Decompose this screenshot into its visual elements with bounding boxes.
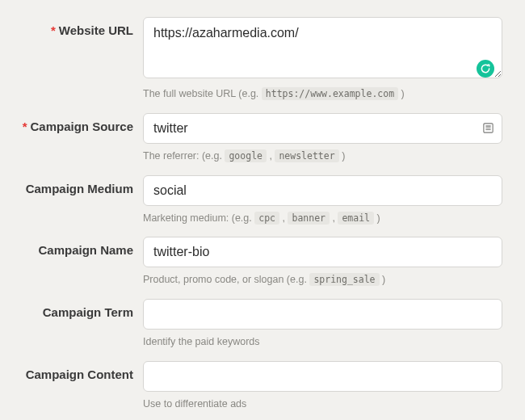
input-col-source: The referrer: (e.g. google , newsletter … [143,113,502,164]
field-website-url: *Website URL https://azaharmedia.com/ Th… [10,17,502,102]
field-campaign-content: Campaign Content Use to differentiate ad… [10,361,502,412]
input-col-url: https://azaharmedia.com/ The full websit… [143,17,502,102]
helper-code: email [338,212,374,225]
label-text: Campaign Medium [26,182,133,195]
helper-url: The full website URL (e.g. https://www.e… [143,86,502,102]
required-asterisk: * [51,23,56,37]
input-col-medium: Marketing medium: (e.g. cpc , banner , e… [143,175,502,226]
website-url-input[interactable]: https://azaharmedia.com/ [143,17,502,78]
field-campaign-term: Campaign Term Identify the paid keywords [10,299,502,350]
campaign-content-input[interactable] [143,361,502,392]
field-campaign-name: Campaign Name Product, promo code, or sl… [10,237,502,288]
field-campaign-medium: Campaign Medium Marketing medium: (e.g. … [10,175,502,226]
helper-code: google [225,149,267,162]
helper-source: The referrer: (e.g. google , newsletter … [143,149,502,164]
helper-code: newsletter [275,149,338,162]
required-asterisk: * [23,120,27,133]
helper-code: banner [288,212,330,225]
label-campaign-medium: Campaign Medium [10,175,143,195]
helper-code: cpc [254,212,279,225]
label-text: Campaign Source [30,120,133,133]
helper-content: Use to differentiate ads [143,397,502,412]
input-col-term: Identify the paid keywords [143,299,502,350]
label-campaign-source: *Campaign Source [10,113,143,133]
helper-code: https://www.example.com [262,87,398,100]
url-builder-form: *Website URL https://azaharmedia.com/ Th… [0,0,525,420]
campaign-term-input[interactable] [143,299,502,330]
field-campaign-source: *Campaign Source The referrer: (e.g. goo… [10,113,502,164]
helper-medium: Marketing medium: (e.g. cpc , banner , e… [143,211,502,226]
label-campaign-content: Campaign Content [10,361,143,381]
label-text: Website URL [59,23,133,37]
campaign-name-input[interactable] [143,237,502,267]
campaign-source-input[interactable] [143,113,502,144]
label-text: Campaign Content [26,368,133,381]
label-text: Campaign Name [38,243,133,257]
input-col-name: Product, promo code, or slogan (e.g. spr… [143,237,502,288]
helper-code: spring_sale [309,273,379,286]
label-text: Campaign Term [43,305,133,319]
label-campaign-name: Campaign Name [10,237,143,257]
campaign-medium-input[interactable] [143,175,502,206]
helper-term: Identify the paid keywords [143,334,502,350]
input-col-content: Use to differentiate ads [143,361,502,412]
helper-name: Product, promo code, or slogan (e.g. spr… [143,272,502,288]
label-website-url: *Website URL [10,17,143,37]
label-campaign-term: Campaign Term [10,299,143,319]
